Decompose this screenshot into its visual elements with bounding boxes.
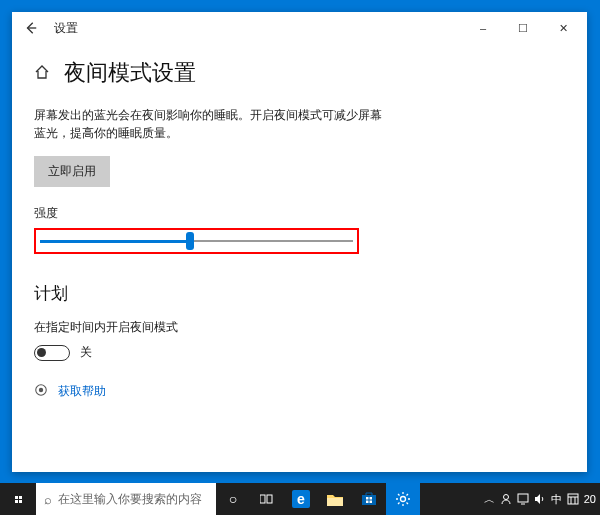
slider-track-fill [40, 240, 190, 243]
window-controls: – ☐ ✕ [463, 13, 583, 43]
schedule-toggle[interactable] [34, 345, 70, 361]
back-arrow-icon [24, 21, 38, 35]
help-icon [34, 383, 48, 400]
network-icon[interactable] [517, 493, 529, 505]
svg-rect-7 [366, 497, 369, 500]
store-icon[interactable] [352, 483, 386, 515]
cortana-icon[interactable]: ○ [216, 483, 250, 515]
intensity-label: 强度 [34, 205, 565, 222]
system-tray: ︿ 中 20 [480, 483, 600, 515]
edge-icon[interactable]: e [284, 483, 318, 515]
svg-rect-5 [327, 498, 343, 506]
clock-text[interactable]: 20 [584, 493, 596, 505]
maximize-button[interactable]: ☐ [503, 13, 543, 43]
minimize-button[interactable]: – [463, 13, 503, 43]
start-button[interactable] [0, 483, 36, 515]
svg-rect-8 [370, 497, 373, 500]
search-placeholder: 在这里输入你要搜索的内容 [58, 491, 202, 508]
toggle-knob [37, 348, 46, 357]
windows-logo-icon [15, 496, 22, 503]
page-header: 夜间模式设置 [34, 58, 565, 88]
settings-app-icon[interactable] [386, 483, 420, 515]
volume-icon[interactable] [534, 493, 546, 505]
people-icon[interactable] [500, 493, 512, 505]
window-title: 设置 [54, 20, 78, 37]
page-title: 夜间模式设置 [64, 58, 196, 88]
svg-rect-13 [518, 494, 528, 502]
file-explorer-icon[interactable] [318, 483, 352, 515]
back-button[interactable] [16, 13, 46, 43]
ime-indicator[interactable]: 中 [551, 492, 562, 507]
svg-rect-9 [366, 501, 369, 504]
close-button[interactable]: ✕ [543, 13, 583, 43]
page-description: 屏幕发出的蓝光会在夜间影响你的睡眠。开启夜间模式可减少屏幕蓝光，提高你的睡眠质量… [34, 106, 384, 142]
plan-description: 在指定时间内开启夜间模式 [34, 319, 565, 336]
taskbar-pinned-apps: ○ e [216, 483, 420, 515]
slider-thumb[interactable] [186, 232, 194, 250]
svg-rect-3 [260, 495, 265, 503]
svg-rect-15 [568, 494, 578, 504]
settings-window: 设置 – ☐ ✕ 夜间模式设置 屏幕发出的蓝光会在夜间影响你的睡眠。开启夜间模式… [12, 12, 587, 472]
help-link[interactable]: 获取帮助 [34, 383, 565, 400]
taskbar-search[interactable]: ⌕ 在这里输入你要搜索的内容 [36, 483, 216, 515]
svg-rect-10 [370, 501, 373, 504]
plan-heading: 计划 [34, 282, 565, 305]
svg-rect-6 [362, 495, 376, 505]
tray-chevron-icon[interactable]: ︿ [484, 492, 495, 507]
titlebar: 设置 – ☐ ✕ [12, 12, 587, 44]
help-link-text: 获取帮助 [58, 383, 106, 400]
ime-mode-icon[interactable] [567, 493, 579, 505]
svg-point-2 [39, 388, 43, 392]
search-icon: ⌕ [44, 492, 52, 507]
svg-point-11 [401, 497, 406, 502]
content-area: 夜间模式设置 屏幕发出的蓝光会在夜间影响你的睡眠。开启夜间模式可减少屏幕蓝光，提… [12, 44, 587, 408]
svg-point-12 [503, 495, 508, 500]
intensity-slider-highlight [34, 228, 359, 254]
home-icon[interactable] [34, 64, 50, 83]
task-view-icon[interactable] [250, 483, 284, 515]
enable-now-button[interactable]: 立即启用 [34, 156, 110, 187]
taskbar: ⌕ 在这里输入你要搜索的内容 ○ e ︿ 中 20 [0, 483, 600, 515]
toggle-state-label: 关 [80, 344, 92, 361]
intensity-slider[interactable] [40, 234, 353, 248]
svg-rect-4 [267, 495, 272, 503]
schedule-toggle-row: 关 [34, 344, 565, 361]
